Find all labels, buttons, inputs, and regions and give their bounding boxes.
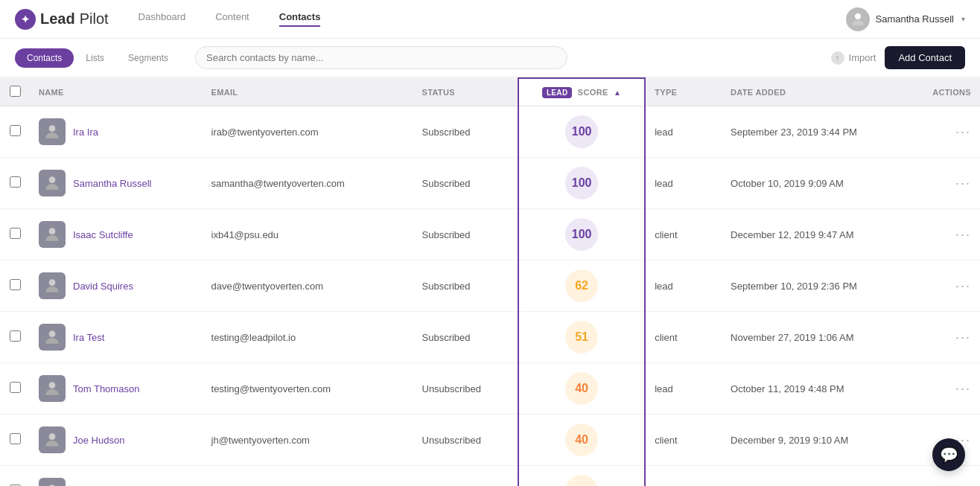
row-name-cell: Ira Test (30, 312, 203, 363)
row-checkbox[interactable] (10, 125, 21, 136)
row-email-cell: testing@twentyoverten.com (203, 363, 413, 415)
contact-name[interactable]: Samantha Russell (73, 178, 152, 189)
row-name-cell: Tom Thomason (30, 363, 203, 415)
contact-avatar (39, 478, 66, 486)
contact-type: client (655, 229, 677, 240)
add-contact-button[interactable]: Add Contact (885, 46, 965, 69)
row-date-cell: December 12, 2019 9:47 AM (722, 209, 907, 260)
contact-status: Subscribed (422, 229, 471, 240)
contact-name[interactable]: Ira Ira (73, 127, 98, 138)
score-circle: 62 (565, 269, 598, 302)
row-name-cell: Mike Harrow (30, 466, 203, 487)
row-name-cell: David Squires (30, 260, 203, 312)
row-checkbox-cell (0, 312, 30, 363)
row-email-cell: dave@twentyoverten.com (203, 260, 413, 312)
contact-status: Subscribed (422, 178, 471, 189)
row-email-cell: samantha@twentyoverten.com (203, 158, 413, 209)
score-circle: 100 (565, 115, 598, 148)
contact-date-added: November 27, 2019 1:06 AM (731, 332, 854, 343)
chat-bubble[interactable]: 💬 (932, 438, 965, 471)
row-email-cell: testing@leadpilot.io (203, 312, 413, 363)
svg-point-1 (49, 125, 56, 132)
row-type-cell: client (645, 312, 722, 363)
contact-date-added: October 10, 2019 9:09 AM (731, 178, 844, 189)
row-checkbox[interactable] (10, 279, 21, 290)
nav-dashboard[interactable]: Dashboard (139, 11, 186, 27)
top-nav: ✦ Lead Pilot Dashboard Content Contacts … (0, 0, 980, 39)
header-email: Email (203, 78, 413, 106)
tab-contacts[interactable]: Contacts (15, 48, 74, 68)
contacts-table: Name Email Status LEAD Score ▲ Type Date (0, 77, 980, 486)
contact-type: lead (655, 127, 673, 138)
row-score-cell: 40 (518, 415, 645, 466)
row-date-cell: September 10, 2019 2:36 PM (722, 260, 907, 312)
score-circle: 40 (565, 423, 598, 456)
search-input[interactable] (195, 46, 567, 69)
header-checkbox-col (0, 78, 30, 106)
nav-content[interactable]: Content (215, 11, 249, 27)
header-score: LEAD Score ▲ (518, 78, 645, 106)
contact-status: Unsubscribed (422, 435, 482, 446)
contact-avatar (39, 426, 66, 453)
import-button[interactable]: ↑ Import (831, 51, 876, 65)
row-type-cell: client (645, 415, 722, 466)
row-date-cell: October 11, 2019 4:48 PM (722, 363, 907, 415)
row-actions-cell[interactable]: ··· (907, 209, 980, 260)
user-chevron-icon: ▾ (961, 15, 965, 23)
contact-type: lead (655, 178, 673, 189)
contact-name[interactable]: David Squires (73, 281, 133, 292)
contact-email: irab@twentyoverten.com (211, 127, 319, 138)
user-menu[interactable]: Samantha Russell ▾ (846, 7, 966, 31)
tab-lists[interactable]: Lists (74, 48, 116, 68)
header-status: Status (413, 78, 518, 106)
row-checkbox[interactable] (10, 433, 21, 444)
row-actions-cell[interactable]: ··· (907, 363, 980, 415)
sort-arrow-icon[interactable]: ▲ (614, 89, 621, 97)
contact-status: Subscribed (422, 127, 471, 138)
contact-type: lead (655, 383, 673, 394)
row-date-cell: December 9, 2019 9:11 AM (722, 466, 907, 487)
row-type-cell: client (645, 209, 722, 260)
header-type: Type (645, 78, 722, 106)
contact-avatar (39, 170, 66, 196)
row-checkbox-cell (0, 106, 30, 158)
contact-name[interactable]: Isaac Sutcliffe (73, 229, 133, 240)
row-name-cell: Ira Ira (30, 106, 203, 158)
row-score-cell: 62 (518, 260, 645, 312)
row-actions-cell[interactable]: ··· (907, 312, 980, 363)
score-circle: 100 (565, 218, 598, 251)
row-checkbox[interactable] (10, 228, 21, 239)
table-header-row: Name Email Status LEAD Score ▲ Type Date (0, 78, 980, 106)
row-actions-cell[interactable]: ··· (907, 158, 980, 209)
tab-segments[interactable]: Segments (116, 48, 180, 68)
row-actions-cell[interactable]: ··· (907, 106, 980, 158)
contact-name[interactable]: Ira Test (73, 332, 104, 343)
row-score-cell: 100 (518, 106, 645, 158)
sub-nav-right: ↑ Import Add Contact (831, 46, 965, 69)
header-actions: Actions (907, 78, 980, 106)
contact-email: ixb41@psu.edu (211, 229, 279, 240)
contact-date-added: September 10, 2019 2:36 PM (731, 281, 857, 292)
row-actions-cell[interactable]: ··· (907, 260, 980, 312)
row-checkbox[interactable] (10, 382, 21, 393)
row-date-cell: November 27, 2019 1:06 AM (722, 312, 907, 363)
row-checkbox[interactable] (10, 176, 21, 188)
contact-name[interactable]: Tom Thomason (73, 383, 139, 394)
contact-avatar (39, 272, 66, 299)
sub-nav: Contacts Lists Segments ↑ Import Add Con… (0, 39, 980, 77)
row-date-cell: December 9, 2019 9:10 AM (722, 415, 907, 466)
row-date-cell: October 10, 2019 9:09 AM (722, 158, 907, 209)
row-status-cell: Subscribed (413, 106, 518, 158)
nav-contacts[interactable]: Contacts (279, 11, 321, 27)
row-status-cell: Subscribed (413, 260, 518, 312)
table-row: Mike Harrow mh@twentyoverten.com Subscri… (0, 466, 980, 487)
contact-avatar (39, 324, 66, 351)
contact-name[interactable]: Joe Hudson (73, 435, 124, 446)
table-row: Ira Ira irab@twentyoverten.com Subscribe… (0, 106, 980, 158)
select-all-checkbox[interactable] (10, 86, 21, 97)
logo-text-light: Pilot (80, 10, 109, 28)
svg-point-3 (49, 228, 56, 234)
row-checkbox[interactable] (10, 330, 21, 342)
user-avatar (846, 7, 870, 31)
contact-date-added: October 11, 2019 4:48 PM (731, 383, 844, 394)
